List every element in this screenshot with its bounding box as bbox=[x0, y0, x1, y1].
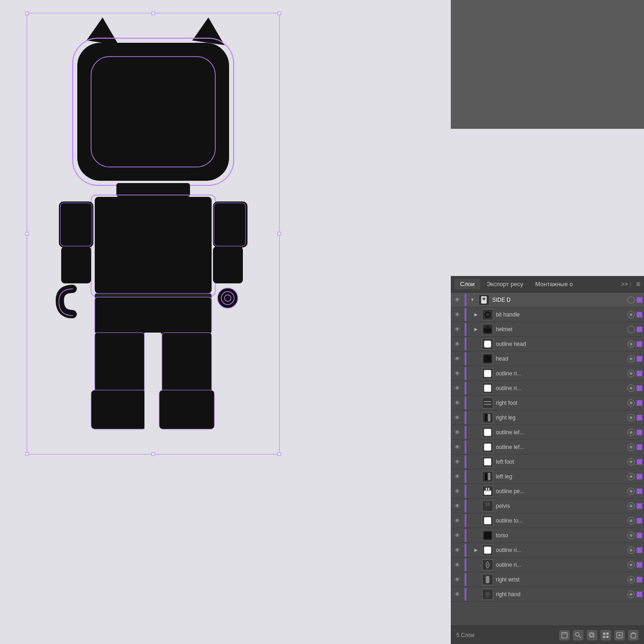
indent-bar bbox=[465, 485, 466, 498]
layer-item-outline-lef-2[interactable]: 👁 outline lef... bbox=[451, 440, 644, 454]
layer-icons-outline-ri-2 bbox=[627, 385, 642, 392]
layer-item-outline-ri-1[interactable]: 👁 outline ri... bbox=[451, 366, 644, 381]
visibility-icon-outline-to[interactable]: 👁 bbox=[453, 516, 462, 525]
tab-export[interactable]: Экспорт ресу bbox=[481, 279, 529, 289]
tab-layers[interactable]: Слои bbox=[454, 279, 480, 289]
indent-bar bbox=[465, 529, 466, 542]
layer-item-bit-handle[interactable]: 👁 ▶ bit handle bbox=[451, 307, 644, 322]
thumb-right-foot bbox=[482, 397, 493, 408]
svg-rect-47 bbox=[484, 505, 491, 510]
indent-bar bbox=[465, 558, 466, 571]
svg-rect-10 bbox=[61, 247, 91, 283]
add-layer-button[interactable] bbox=[615, 630, 625, 640]
layer-item-outline-ri-4[interactable]: 👁 outline ri... bbox=[451, 558, 644, 572]
visibility-icon-pelvis[interactable]: 👁 bbox=[453, 501, 462, 511]
svg-rect-45 bbox=[486, 488, 487, 491]
thumb-right-leg bbox=[482, 412, 493, 423]
thumb-outline-lef-1 bbox=[482, 427, 493, 438]
collect-layers-button[interactable] bbox=[601, 630, 611, 640]
svg-rect-32 bbox=[484, 370, 491, 377]
svg-rect-13 bbox=[213, 247, 243, 283]
indent-bar bbox=[465, 308, 466, 321]
layer-item-left-foot[interactable]: 👁 left foot bbox=[451, 454, 644, 469]
layer-item-outline-ri-3[interactable]: 👁 ▶ outline ri... bbox=[451, 543, 644, 558]
layer-icons-outline-pe bbox=[627, 488, 642, 495]
layer-item-right-wrist[interactable]: 👁 right wrist bbox=[451, 572, 644, 587]
visibility-icon-right-foot[interactable]: 👁 bbox=[453, 398, 462, 408]
layer-circle-side-d bbox=[627, 296, 635, 304]
svg-rect-11 bbox=[213, 201, 247, 247]
collapse-arrow-bit-handle[interactable]: ▶ bbox=[473, 311, 479, 318]
new-layer-page-button[interactable] bbox=[559, 630, 569, 640]
panel-footer: 5 Слои bbox=[451, 626, 644, 644]
layer-item-outline-to[interactable]: 👁 outline to... bbox=[451, 513, 644, 528]
indent-bar bbox=[465, 500, 466, 512]
top-right-dark-area bbox=[451, 0, 644, 129]
layer-item-right-foot[interactable]: 👁 right foot bbox=[451, 396, 644, 410]
visibility-icon-outline-ri-2[interactable]: 👁 bbox=[453, 384, 462, 393]
layer-color-outline-head bbox=[637, 341, 642, 347]
svg-rect-8 bbox=[59, 201, 93, 247]
visibility-icon-outline-pe[interactable]: 👁 bbox=[453, 487, 462, 496]
visibility-icon-outline-head[interactable]: 👁 bbox=[453, 339, 462, 349]
thumb-outline-ri-3 bbox=[482, 545, 493, 556]
collapse-arrow-side-d[interactable]: ▼ bbox=[469, 297, 476, 303]
layer-color-left-foot bbox=[637, 459, 642, 465]
svg-rect-48 bbox=[486, 502, 487, 506]
delete-layer-button[interactable] bbox=[628, 630, 638, 640]
visibility-icon-right-wrist[interactable]: 👁 bbox=[453, 575, 462, 584]
layer-item-right-hand[interactable]: 👁 right hand bbox=[451, 587, 644, 602]
layer-item-right-leg[interactable]: 👁 right leg bbox=[451, 410, 644, 425]
svg-rect-51 bbox=[484, 532, 491, 539]
svg-rect-57 bbox=[590, 633, 594, 637]
thumb-left-leg bbox=[482, 471, 493, 482]
layer-item-outline-ri-2[interactable]: 👁 outline ri... bbox=[451, 381, 644, 396]
tab-divider: | bbox=[629, 281, 632, 288]
layer-color-helmet bbox=[637, 327, 642, 332]
layer-name-head: head bbox=[496, 356, 627, 362]
layer-circle-right-wrist bbox=[627, 576, 635, 583]
collapse-arrow-helmet[interactable]: ▶ bbox=[473, 326, 479, 333]
visibility-icon-head[interactable]: 👁 bbox=[453, 354, 462, 363]
layer-icons-torso bbox=[627, 532, 642, 539]
visibility-icon-outline-ri-3[interactable]: 👁 bbox=[453, 546, 462, 555]
visibility-icon-left-leg[interactable]: 👁 bbox=[453, 472, 462, 481]
svg-rect-39 bbox=[484, 429, 491, 436]
duplicate-layer-button[interactable] bbox=[587, 630, 597, 640]
layers-list[interactable]: 👁 ▼ SIDE D 👁 ▶ bit handle bbox=[451, 293, 644, 626]
layer-item-outline-pe[interactable]: 👁 outline pe... bbox=[451, 484, 644, 499]
visibility-icon-outline-ri-4[interactable]: 👁 bbox=[453, 560, 462, 569]
layer-item-side-d[interactable]: 👁 ▼ SIDE D bbox=[451, 293, 644, 307]
layer-item-outline-head[interactable]: 👁 outline head bbox=[451, 337, 644, 351]
layer-item-pelvis[interactable]: 👁 pelvis bbox=[451, 499, 644, 513]
tab-artboards[interactable]: Монтажные о bbox=[530, 279, 579, 289]
layer-color-right-leg bbox=[637, 415, 642, 420]
layer-circle-head bbox=[627, 355, 635, 362]
visibility-icon-bit-handle[interactable]: 👁 bbox=[453, 310, 462, 319]
layer-item-torso[interactable]: 👁 torso bbox=[451, 528, 644, 543]
visibility-icon-right-hand[interactable]: 👁 bbox=[453, 590, 462, 599]
svg-rect-54 bbox=[562, 632, 567, 638]
layer-color-left-leg bbox=[637, 474, 642, 479]
visibility-icon-outline-lef-2[interactable]: 👁 bbox=[453, 443, 462, 452]
layer-item-head[interactable]: 👁 head bbox=[451, 351, 644, 366]
search-layer-button[interactable] bbox=[573, 630, 583, 640]
more-tabs-button[interactable]: >> bbox=[621, 281, 628, 288]
layer-item-outline-lef-1[interactable]: 👁 outline lef... bbox=[451, 425, 644, 440]
visibility-icon-side-d[interactable]: 👁 bbox=[453, 295, 462, 305]
svg-rect-49 bbox=[488, 502, 489, 506]
layer-item-helmet[interactable]: 👁 ▶ helmet bbox=[451, 322, 644, 337]
indent-bar bbox=[465, 382, 466, 395]
visibility-icon-torso[interactable]: 👁 bbox=[453, 531, 462, 540]
collapse-arrow-outline-ri-3[interactable]: ▶ bbox=[473, 547, 479, 553]
visibility-icon-outline-lef-1[interactable]: 👁 bbox=[453, 428, 462, 437]
indent-bar bbox=[465, 514, 466, 527]
visibility-icon-right-leg[interactable]: 👁 bbox=[453, 413, 462, 422]
layer-name-outline-lef-1: outline lef... bbox=[496, 429, 627, 436]
panel-menu-button[interactable]: ≡ bbox=[636, 280, 640, 288]
layer-item-left-leg[interactable]: 👁 left leg bbox=[451, 469, 644, 484]
visibility-icon-left-foot[interactable]: 👁 bbox=[453, 457, 462, 466]
svg-point-16 bbox=[224, 295, 231, 301]
visibility-icon-outline-ri-1[interactable]: 👁 bbox=[453, 369, 462, 378]
visibility-icon-helmet[interactable]: 👁 bbox=[453, 325, 462, 334]
